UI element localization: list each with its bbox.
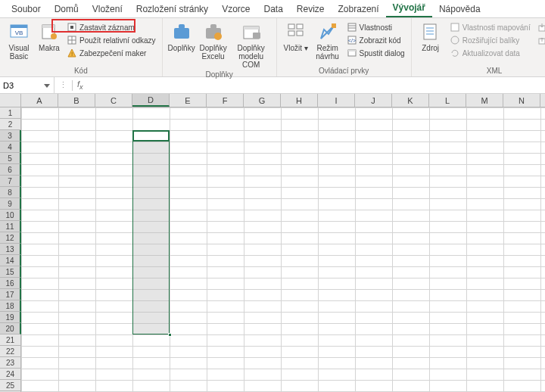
makra-button[interactable]: Makra [36,20,63,65]
aktualizovat-data-button[interactable]: Aktualizovat data [447,47,533,59]
svg-text:!: ! [71,51,73,58]
zobrazit-kod-button[interactable]: </> Zobrazit kód [344,34,407,46]
doplnky-excelu-button[interactable]: DoplňkyExcelu [198,20,229,69]
col-header-I[interactable]: I [318,94,355,107]
svg-rect-16 [210,24,216,29]
export-button[interactable]: Export [534,34,545,46]
active-cell[interactable] [132,130,170,142]
tab-rozložení stránky[interactable]: Rozložení stránky [129,1,215,17]
select-all-corner[interactable] [0,94,21,107]
fx-icon[interactable]: fx [77,79,83,91]
formula-bar[interactable]: ⋮ fx [54,77,545,93]
row-header-7[interactable]: 7 [0,176,21,187]
col-header-L[interactable]: L [429,94,466,107]
ribbon: VB VisualBasic Makra Zastavit záznam Pou… [0,18,545,77]
stop-icon [67,22,77,33]
row-header-11[interactable]: 11 [0,221,21,232]
zabezpeceni-maker-button[interactable]: ! Zabezpečení maker [64,47,158,59]
worksheet-grid[interactable]: 1234567891011121314151617181920212223242… [0,107,545,392]
row-header-1[interactable]: 1 [0,107,20,119]
fill-handle[interactable] [168,333,172,337]
row-header-10[interactable]: 10 [0,210,21,221]
svg-rect-20 [253,33,260,39]
menu-tabs: SouborDomůVloženíRozložení stránkyVzorce… [0,0,545,18]
tab-domů[interactable]: Domů [48,1,86,17]
row-header-2[interactable]: 2 [0,119,20,130]
tab-data[interactable]: Data [257,1,289,17]
import-button[interactable]: Import [534,21,545,33]
row-header-3[interactable]: 3 [0,130,21,142]
row-header-21[interactable]: 21 [0,334,20,346]
row-header-5[interactable]: 5 [0,153,21,164]
map-props-icon [450,22,460,33]
spustit-dialog-button[interactable]: Spustit dialog [344,47,407,59]
tab-vložení[interactable]: Vložení [86,1,129,17]
vlozit-button[interactable]: Vložit ▾ [281,20,311,65]
col-header-H[interactable]: H [281,94,318,107]
col-header-K[interactable]: K [392,94,429,107]
tab-soubor[interactable]: Soubor [5,1,48,17]
col-header-A[interactable]: A [21,94,58,107]
svg-point-5 [51,33,57,39]
visual-basic-button[interactable]: VB VisualBasic [4,20,34,65]
col-header-F[interactable]: F [207,94,244,107]
row-header-25[interactable]: 25 [0,380,20,391]
selection-range [132,130,170,334]
vlastnosti-button[interactable]: Vlastnosti [344,21,407,33]
row-header-4[interactable]: 4 [0,142,21,153]
row-header-18[interactable]: 18 [0,300,21,312]
row-header-19[interactable]: 19 [0,312,21,323]
col-header-J[interactable]: J [355,94,392,107]
view-code-icon: </> [347,35,357,45]
zdroj-button[interactable]: Zdroj [416,20,446,65]
tab-nápověda[interactable]: Nápověda [432,1,487,17]
vlozit-label: Vložit ▾ [283,44,307,52]
col-header-E[interactable]: E [170,94,207,107]
doplnky-com-button[interactable]: Doplňkymodelu COM [230,20,272,69]
aktualizovat-label: Aktualizovat data [462,49,520,58]
row-headers: 1234567891011121314151617181920212223242… [0,107,21,392]
row-header-20[interactable]: 20 [0,323,21,334]
row-header-8[interactable]: 8 [0,187,21,198]
vlastnosti-mapovani-button[interactable]: Vlastnosti mapování [447,21,533,33]
col-header-C[interactable]: C [95,94,132,107]
col-header-D[interactable]: D [132,94,170,107]
svg-rect-22 [297,24,303,29]
col-header-M[interactable]: M [466,94,503,107]
row-header-15[interactable]: 15 [0,266,21,278]
name-box-input[interactable] [3,81,36,90]
svg-rect-4 [42,25,54,28]
col-header-G[interactable]: G [244,94,281,107]
zastavit-zaznam-button[interactable]: Zastavit záznam [64,21,158,33]
row-header-6[interactable]: 6 [0,164,21,176]
doplnky-excelu-label: DoplňkyExcelu [200,44,227,61]
rozsirujici-baliky-button[interactable]: Rozšiřující balíky [447,34,533,46]
svg-rect-14 [179,24,185,29]
name-box-dropdown-icon[interactable] [43,82,51,89]
row-header-22[interactable]: 22 [0,346,20,357]
vb-icon: VB [8,21,30,42]
svg-rect-26 [332,23,336,28]
col-header-B[interactable]: B [58,94,95,107]
doplnky-button[interactable]: Doplňky [167,20,197,69]
tab-vzorce[interactable]: Vzorce [215,1,257,17]
tab-zobrazení[interactable]: Zobrazení [332,1,386,17]
col-header-N[interactable]: N [503,94,540,107]
svg-rect-38 [451,23,459,31]
row-header-17[interactable]: 17 [0,289,21,300]
import-icon [537,22,545,33]
row-header-12[interactable]: 12 [0,232,21,244]
rezim-navrhu-button[interactable]: Režimnávrhu [313,20,343,65]
cells-area[interactable] [21,107,545,392]
row-header-14[interactable]: 14 [0,255,21,266]
relativni-odkazy-button[interactable]: Použít relativní odkazy [64,34,158,46]
row-header-9[interactable]: 9 [0,198,21,210]
name-box[interactable] [0,77,54,93]
row-header-13[interactable]: 13 [0,244,21,255]
row-header-16[interactable]: 16 [0,278,21,289]
row-header-23[interactable]: 23 [0,357,20,369]
tab-revize[interactable]: Revize [290,1,332,17]
tab-vývojář[interactable]: Vývojář [386,0,432,17]
grid-icon [67,35,77,45]
row-header-24[interactable]: 24 [0,369,20,380]
